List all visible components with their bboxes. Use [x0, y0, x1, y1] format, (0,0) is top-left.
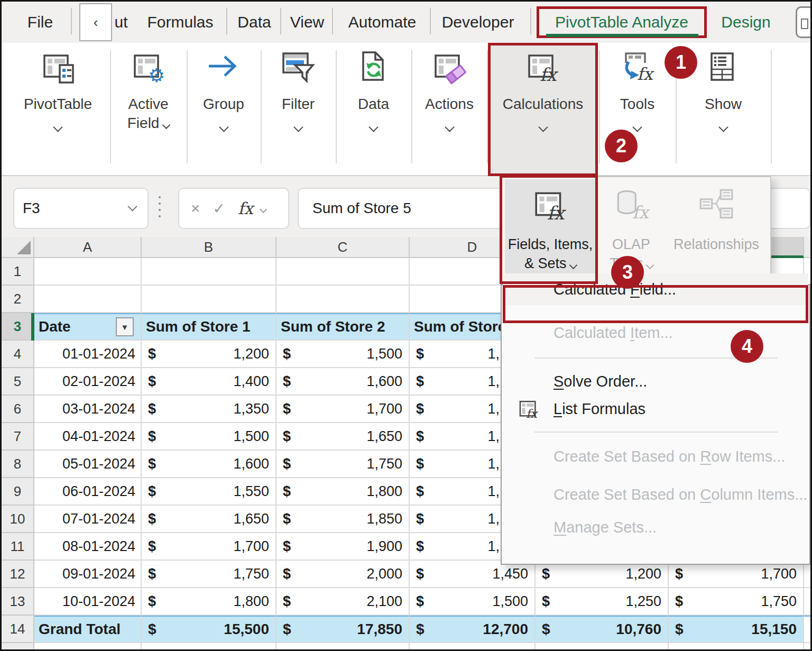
cell-F14[interactable]: $15,150: [669, 616, 804, 643]
cell-G14[interactable]: [804, 616, 812, 643]
cell-B11[interactable]: $1,700: [142, 533, 276, 561]
row-header-9[interactable]: 9: [2, 478, 34, 506]
cell-B3[interactable]: Sum of Store 1: [142, 313, 276, 341]
filter-dropdown-icon[interactable]: ▼: [116, 317, 134, 336]
cell-D13[interactable]: $1,500: [410, 588, 536, 616]
cell-C10[interactable]: $1,850: [276, 506, 410, 533]
cell-C7[interactable]: $1,650: [276, 423, 410, 451]
row-header-12[interactable]: 12: [2, 561, 34, 588]
cell-date-9[interactable]: 06-01-2024: [34, 478, 142, 506]
tab-file[interactable]: File: [23, 2, 58, 43]
cell-B7[interactable]: $1,500: [142, 423, 276, 451]
cell-G15[interactable]: [804, 643, 812, 651]
tab--[interactable]: ‹: [79, 3, 112, 41]
cell-G13[interactable]: [804, 588, 812, 616]
menu-item-list-formulas[interactable]: fxList Formulas: [503, 393, 808, 425]
cancel-icon[interactable]: ×: [179, 199, 200, 217]
ribbon-button-filter[interactable]: Filter: [262, 43, 335, 175]
cell-date-6[interactable]: 03-01-2024: [34, 396, 142, 423]
cell-B13[interactable]: $1,800: [142, 588, 276, 616]
cell-C6[interactable]: $1,700: [276, 396, 410, 423]
cell-D14[interactable]: $12,700: [410, 616, 536, 643]
cell-C3[interactable]: Sum of Store 2: [276, 313, 410, 341]
row-header-1[interactable]: 1: [2, 258, 34, 286]
cell-E14[interactable]: $10,760: [536, 616, 669, 643]
tab-automate[interactable]: Automate: [344, 2, 420, 43]
ribbon-button-actions[interactable]: Actions: [412, 43, 486, 175]
name-box[interactable]: F3: [13, 188, 149, 229]
cell-B6[interactable]: $1,350: [142, 396, 276, 423]
cell-date-13[interactable]: 10-01-2024: [34, 588, 142, 616]
cell-C12[interactable]: $2,000: [276, 561, 410, 588]
row-header-10[interactable]: 10: [2, 506, 34, 533]
cell-C9[interactable]: $1,800: [276, 478, 410, 506]
row-header-11[interactable]: 11: [2, 533, 34, 561]
row-header-3[interactable]: 3: [2, 313, 34, 341]
tab-view[interactable]: View: [289, 2, 326, 43]
cell-C2[interactable]: [276, 286, 410, 313]
cell-C5[interactable]: $1,600: [276, 368, 410, 396]
row-header-6[interactable]: 6: [2, 396, 34, 423]
cell-E13[interactable]: $1,250: [536, 588, 669, 616]
fields-items-sets-button[interactable]: fx Fields, Items, & Sets: [505, 179, 596, 280]
tab-developer[interactable]: Developer: [437, 2, 519, 43]
menu-item-solve-order[interactable]: Solve Order...: [503, 365, 808, 397]
cell-date-5[interactable]: 02-01-2024: [34, 368, 142, 396]
tab-design[interactable]: Design: [718, 2, 774, 43]
cell-date-12[interactable]: 09-01-2024: [34, 561, 142, 588]
cell-date-11[interactable]: 08-01-2024: [34, 533, 142, 561]
cell-date-4[interactable]: 01-01-2024: [34, 341, 142, 368]
ribbon-button-group[interactable]: Group: [188, 43, 260, 175]
ribbon-button-calculations[interactable]: fx Calculations: [489, 43, 597, 175]
cell-A2[interactable]: [34, 286, 142, 313]
cell-C13[interactable]: $2,100: [276, 588, 410, 616]
menu-item-calculated-field[interactable]: Calculated Field...: [503, 273, 808, 305]
cell-C15[interactable]: [276, 643, 410, 651]
row-header-15[interactable]: 15: [2, 643, 34, 651]
cell-C14[interactable]: $17,850: [276, 616, 410, 643]
cell-D15[interactable]: [410, 643, 536, 651]
row-header-5[interactable]: 5: [2, 368, 34, 396]
row-header-8[interactable]: 8: [2, 451, 34, 478]
select-all-corner[interactable]: [2, 237, 34, 258]
tab-ut[interactable]: ut: [112, 2, 131, 43]
cell-A1[interactable]: [34, 258, 142, 286]
cell-A14[interactable]: Grand Total: [34, 616, 142, 643]
cell-B2[interactable]: [142, 286, 276, 313]
cell-B1[interactable]: [142, 258, 276, 286]
cell-B15[interactable]: [142, 643, 276, 651]
row-header-14[interactable]: 14: [2, 616, 34, 643]
cell-C4[interactable]: $1,500: [276, 341, 410, 368]
cell-B5[interactable]: $1,400: [142, 368, 276, 396]
cropped-ribbon-button[interactable]: [796, 6, 812, 38]
cell-date-10[interactable]: 07-01-2024: [34, 506, 142, 533]
insert-function-icon[interactable]: fx: [225, 199, 253, 218]
cell-B4[interactable]: $1,200: [142, 341, 276, 368]
row-header-4[interactable]: 4: [2, 341, 34, 368]
column-header-C[interactable]: C: [276, 237, 410, 258]
cell-date-7[interactable]: 04-01-2024: [34, 423, 142, 451]
ribbon-button-active-field[interactable]: ⚙ Active Field: [111, 43, 186, 175]
tab-data[interactable]: Data: [235, 2, 273, 43]
cell-F13[interactable]: $1,750: [669, 588, 804, 616]
cell-A15[interactable]: [34, 643, 142, 651]
cell-C8[interactable]: $1,750: [276, 451, 410, 478]
cell-B10[interactable]: $1,650: [142, 506, 276, 533]
cell-C1[interactable]: [276, 258, 410, 286]
ribbon-button-pivottable[interactable]: PivotTable: [6, 43, 110, 175]
column-header-A[interactable]: A: [34, 237, 142, 258]
confirm-icon[interactable]: ✓: [200, 200, 225, 217]
cell-F15[interactable]: [669, 643, 804, 651]
row-header-13[interactable]: 13: [2, 588, 34, 616]
cell-C11[interactable]: $1,900: [276, 533, 410, 561]
row-header-2[interactable]: 2: [2, 286, 34, 313]
tab-formulas[interactable]: Formulas: [142, 2, 218, 43]
cell-B12[interactable]: $1,750: [142, 561, 276, 588]
cell-date-8[interactable]: 05-01-2024: [34, 451, 142, 478]
cell-E15[interactable]: [536, 643, 669, 651]
ribbon-button-data[interactable]: Data: [337, 43, 410, 175]
cell-B8[interactable]: $1,600: [142, 451, 276, 478]
column-header-B[interactable]: B: [142, 237, 276, 258]
column-header-g[interactable]: [804, 237, 812, 258]
row-header-7[interactable]: 7: [2, 423, 34, 451]
